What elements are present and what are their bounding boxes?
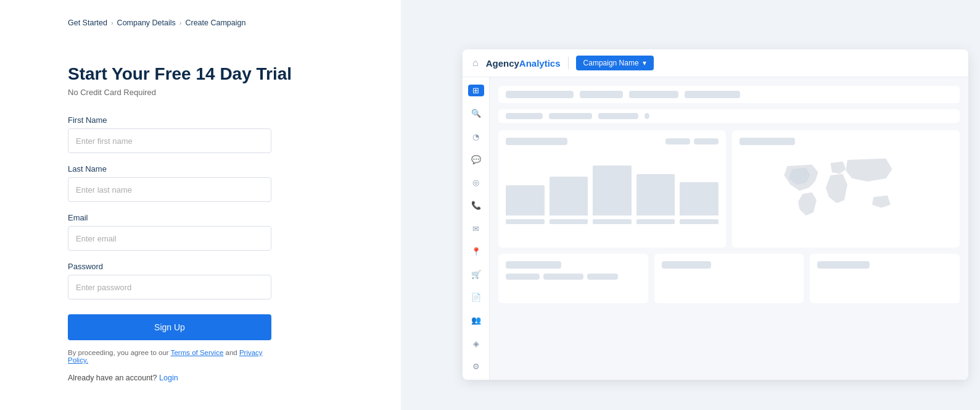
- dashboard-sidebar: ⊞ 🔍 ◔ 💬 ◎ 📞 ✉ 📍 🛒 📄 👥 ◈ ⚙: [463, 77, 490, 380]
- skeleton-bottom-1-c: [587, 274, 618, 280]
- last-name-group: Last Name: [68, 164, 352, 202]
- right-panel: ⌂ AgencyAnalytics Campaign Name ▾ ⊞ 🔍 ◔ …: [401, 0, 980, 410]
- world-map-svg: [739, 154, 952, 240]
- terms-link[interactable]: Terms of Service: [171, 349, 224, 356]
- bar-chart-card: [498, 130, 726, 248]
- skeleton-map-title: [739, 138, 795, 145]
- campaign-name-button[interactable]: Campaign Name ▾: [576, 56, 654, 70]
- agency-analytics-logo: AgencyAnalytics: [486, 58, 561, 69]
- skeleton-bottom-2-title: [662, 261, 711, 269]
- dashboard-nav: ⌂ AgencyAnalytics Campaign Name ▾: [463, 49, 968, 77]
- breadcrumb-sep-2: ›: [179, 19, 182, 27]
- sidebar-item-chat[interactable]: 💬: [468, 154, 484, 165]
- login-text: Already have an account? Login: [68, 374, 352, 382]
- sidebar-item-email[interactable]: ✉: [468, 222, 484, 234]
- signup-button[interactable]: Sign Up: [68, 314, 271, 340]
- dashboard-tabs-row: [498, 109, 960, 123]
- bottom-card-3: [810, 254, 960, 303]
- first-name-label: First Name: [68, 115, 352, 125]
- sidebar-item-reports[interactable]: 📄: [468, 291, 484, 303]
- home-icon: ⌂: [472, 57, 479, 69]
- bar-label-4: [636, 219, 675, 224]
- email-label: Email: [68, 213, 352, 222]
- dashboard-header-row: [498, 86, 960, 103]
- skeleton-tab-3: [598, 113, 638, 119]
- first-name-input[interactable]: [68, 128, 271, 153]
- sidebar-item-charts[interactable]: ◔: [468, 130, 484, 142]
- bar-5: [680, 182, 719, 215]
- skeleton-header-4: [685, 91, 740, 98]
- skeleton-tab-dots: [644, 113, 649, 119]
- bar-chart-header: [506, 138, 719, 145]
- skeleton-header-3: [629, 91, 678, 98]
- sidebar-item-cart[interactable]: 🛒: [468, 269, 484, 280]
- map-card-header: [739, 138, 952, 145]
- sidebar-item-users[interactable]: 👥: [468, 314, 484, 326]
- breadcrumb-sep-1: ›: [111, 19, 113, 27]
- breadcrumb-item-3: Create Campaign: [185, 19, 245, 27]
- skeleton-bottom-1-b: [543, 274, 583, 280]
- dashboard-body: ⊞ 🔍 ◔ 💬 ◎ 📞 ✉ 📍 🛒 📄 👥 ◈ ⚙: [463, 77, 968, 380]
- skeleton-tab-2: [549, 113, 592, 119]
- skeleton-header-1: [506, 91, 574, 98]
- password-group: Password: [68, 262, 352, 299]
- sidebar-item-dashboard[interactable]: ⊞: [468, 85, 484, 96]
- breadcrumb-item-1: Get Started: [68, 19, 107, 27]
- left-panel: Get Started › Company Details › Create C…: [0, 0, 401, 410]
- bottom-card-2: [654, 254, 804, 303]
- breadcrumb: Get Started › Company Details › Create C…: [68, 19, 352, 27]
- password-label: Password: [68, 262, 352, 271]
- skeleton-bottom-3-title: [817, 261, 870, 269]
- breadcrumb-item-2: Company Details: [117, 19, 176, 27]
- skeleton-bottom-1-title: [506, 261, 561, 269]
- login-link[interactable]: Login: [159, 374, 178, 382]
- dashboard-preview: ⌂ AgencyAnalytics Campaign Name ▾ ⊞ 🔍 ◔ …: [463, 49, 968, 380]
- sidebar-item-search[interactable]: 🔍: [468, 107, 484, 119]
- terms-text: By proceeding, you agree to our Terms of…: [68, 349, 271, 364]
- last-name-input[interactable]: [68, 177, 271, 202]
- email-group: Email: [68, 213, 352, 251]
- skeleton-chart-title: [506, 138, 567, 145]
- dashboard-cards-row: [498, 130, 960, 248]
- form-subtitle: No Credit Card Required: [68, 88, 352, 97]
- bar-label-3: [593, 219, 632, 224]
- skeleton-header-2: [580, 91, 623, 98]
- sidebar-item-phone[interactable]: 📞: [468, 199, 484, 211]
- bar-chart-visual: [506, 154, 719, 215]
- sidebar-item-location[interactable]: 📍: [468, 246, 484, 257]
- bar-label-5: [680, 219, 719, 224]
- bar-1: [506, 185, 545, 216]
- first-name-group: First Name: [68, 115, 352, 153]
- bar-label-1: [506, 219, 545, 224]
- password-input[interactable]: [68, 275, 271, 299]
- skeleton-chart-btn-1: [665, 138, 690, 144]
- nav-divider: [568, 57, 569, 69]
- bar-label-2: [550, 219, 588, 224]
- skeleton-tab-1: [506, 113, 543, 119]
- world-map-area: [739, 154, 952, 240]
- page-title: Start Your Free 14 Day Trial: [68, 64, 352, 84]
- sidebar-item-settings[interactable]: ⚙: [468, 361, 484, 372]
- bar-4: [636, 174, 675, 216]
- skeleton-chart-btn-2: [694, 138, 719, 144]
- email-input[interactable]: [68, 226, 271, 251]
- bar-3: [593, 165, 632, 215]
- dashboard-bottom-row: [498, 254, 960, 303]
- sidebar-item-filter[interactable]: ◈: [468, 338, 484, 349]
- bottom-card-1: [498, 254, 648, 303]
- chevron-down-icon: ▾: [643, 59, 646, 67]
- bar-chart-labels: [506, 219, 719, 224]
- sidebar-item-target[interactable]: ◎: [468, 177, 484, 188]
- map-card: [732, 130, 960, 248]
- bar-2: [550, 177, 588, 215]
- last-name-label: Last Name: [68, 164, 352, 174]
- dashboard-main: [490, 77, 968, 380]
- skeleton-bottom-1-a: [506, 274, 540, 280]
